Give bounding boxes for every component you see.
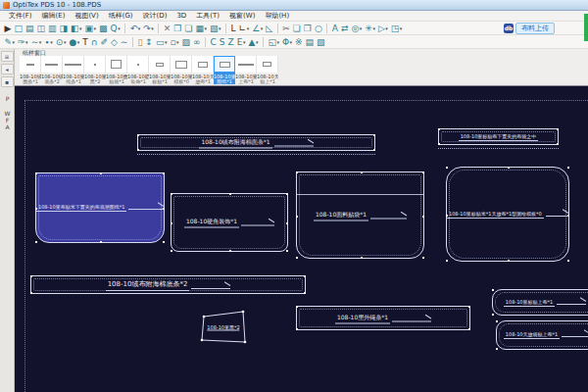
pattern-point	[304, 292, 306, 294]
piece-br-strip-2[interactable]: 108-10天放袋贴上布*1	[496, 320, 588, 350]
pattern-point	[438, 143, 440, 145]
seam-allowance-line	[173, 196, 285, 249]
piece-label: 108-10里黑*2	[207, 324, 239, 331]
piece-label: 108-10里标贴上布*1	[504, 299, 555, 307]
piece-top-right-strip[interactable]: 108-10里标贴布下置夹的布袋之中	[438, 128, 559, 145]
grain-line-arrow-icon	[392, 320, 431, 321]
grain-line-arrow-icon	[191, 288, 230, 289]
piece-br-strip-1[interactable]: 108-10里标贴上布*1	[492, 289, 588, 316]
piece-label: 108-10绒布附海棉面条*1	[199, 137, 271, 148]
pattern-point	[567, 215, 569, 217]
pattern-point	[286, 250, 288, 252]
seam-allowance-line	[38, 175, 162, 240]
pattern-point	[163, 172, 165, 174]
pattern-point	[296, 328, 298, 330]
piece-label: 108-10里外绳条*1	[335, 313, 390, 323]
piece-selected-piece[interactable]: 108-10里布贴米下置夹的布底层图纸*1	[35, 172, 165, 243]
pattern-point	[163, 241, 165, 243]
seam-allowance-line	[299, 174, 421, 256]
pattern-point	[438, 128, 440, 130]
grain-line-arrow-icon	[557, 304, 586, 305]
pattern-point	[296, 306, 298, 308]
page-boundary-top	[24, 100, 588, 101]
piece-trapezoid[interactable]: 108-10里黑*2	[196, 308, 251, 347]
optitex-pds-window: OptiTex PDS 10 - 108.PDS 文件(F)编辑(E)视图(V)…	[0, 0, 588, 392]
pattern-point	[229, 250, 231, 252]
pattern-point	[361, 172, 363, 173]
pattern-point	[422, 257, 424, 259]
seam-allowance-line	[495, 292, 588, 313]
grain-line-arrow-icon	[241, 225, 274, 226]
pattern-point	[422, 172, 424, 173]
seam-allowance-line	[299, 309, 467, 327]
pattern-point	[361, 257, 363, 259]
pattern-point	[137, 149, 139, 151]
pattern-point	[229, 193, 231, 195]
pattern-point	[100, 241, 102, 243]
pattern-point	[35, 241, 37, 243]
internal-seam-line	[297, 194, 423, 195]
pattern-point	[296, 172, 298, 173]
pattern-point	[35, 172, 37, 174]
piece-label: 108-10绒布附海棉底条*2	[106, 279, 190, 291]
pattern-point	[496, 348, 498, 350]
pattern-point	[446, 215, 448, 217]
desktop-edge-artifact	[584, 14, 588, 41]
pattern-point	[496, 320, 498, 322]
pattern-point	[492, 314, 494, 316]
piece-mid-small[interactable]: 108-10硬角装饰*1	[171, 193, 288, 252]
piece-bottom-strip[interactable]: 108-10里外绳条*1	[296, 306, 470, 330]
pattern-point	[171, 222, 172, 224]
piece-wide-strip[interactable]: 108-10绒布附海棉底条*2	[30, 275, 306, 294]
piece-top-strip[interactable]: 108-10绒布附海棉面条*1	[137, 134, 375, 151]
pattern-point	[567, 167, 569, 169]
pattern-point	[35, 208, 37, 210]
pattern-point	[286, 222, 288, 224]
seam-allowance-line	[140, 137, 372, 148]
pattern-point	[422, 216, 424, 218]
pattern-point	[30, 275, 32, 277]
pattern-point	[163, 208, 165, 210]
pattern-point	[468, 306, 470, 308]
pattern-point	[286, 193, 288, 195]
pattern-point	[468, 328, 470, 330]
seam-allowance-line	[441, 131, 556, 142]
pattern-point	[373, 149, 375, 151]
piece-label: 108-10里标贴布下置夹的布袋之中	[459, 133, 539, 141]
grain-line-arrow-icon	[128, 209, 164, 210]
pattern-point	[557, 143, 559, 145]
seam-dotted-line	[137, 154, 375, 155]
pattern-point	[137, 134, 139, 136]
work-area-pieces: 108-10绒布附海棉面条*1108-10里标贴布下置夹的布袋之中108-10里…	[0, 0, 588, 392]
piece-label: 108-10里布贴米下置夹的布底层图纸*1	[36, 204, 126, 212]
piece-center-pocket[interactable]: 108-10面料贴袋*1	[296, 172, 424, 259]
pattern-point	[171, 250, 172, 252]
pattern-point	[304, 275, 306, 277]
page-boundary-left	[24, 100, 25, 392]
pattern-point	[508, 167, 510, 169]
piece-label: 108-10硬角装饰*1	[184, 218, 239, 228]
pattern-point	[373, 134, 375, 136]
seam-allowance-line	[499, 323, 588, 347]
grain-line-arrow-icon	[370, 218, 407, 219]
pattern-point	[171, 193, 172, 195]
seam-dotted-line	[438, 148, 559, 149]
seam-allowance-line	[449, 170, 566, 259]
pattern-point	[508, 260, 510, 262]
piece-label: 108-10面料贴袋*1	[314, 210, 368, 220]
grain-line-arrow-icon	[274, 145, 314, 146]
pattern-point	[296, 216, 298, 218]
piece-right-round[interactable]: 108-10里标贴米*1天放布*1型测绘模板*0	[446, 167, 569, 262]
piece-label: 108-10里标贴米*1天放布*1型测绘模板*0	[447, 211, 544, 219]
pattern-point	[446, 167, 448, 169]
grain-line-arrow-icon	[562, 336, 588, 337]
pattern-point	[296, 257, 298, 259]
pattern-point	[30, 292, 32, 294]
seam-allowance-line	[33, 278, 303, 291]
pattern-point	[492, 289, 494, 291]
grain-line-arrow-icon	[546, 216, 568, 217]
pattern-point	[446, 260, 448, 262]
piece-label: 108-10天放袋贴上布*1	[504, 331, 560, 339]
pattern-point	[557, 128, 559, 130]
pattern-point	[567, 260, 569, 262]
